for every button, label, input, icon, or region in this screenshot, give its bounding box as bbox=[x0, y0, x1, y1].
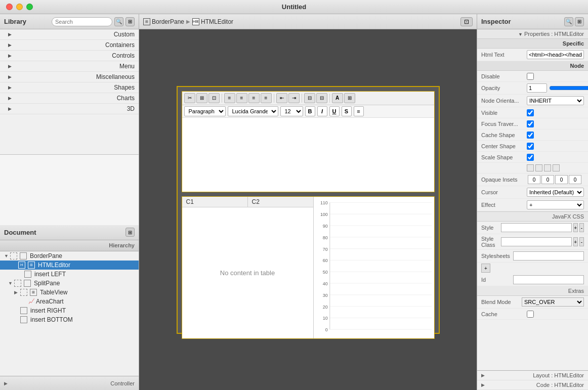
tree-item-insert-bottom[interactable]: insert BOTTOM bbox=[0, 315, 139, 324]
inspector-options-icon[interactable]: ⊞ bbox=[575, 17, 584, 26]
library-item-menu[interactable]: ▶ Menu bbox=[0, 61, 139, 72]
library-item-3d[interactable]: ▶ 3D bbox=[0, 104, 139, 114]
html-text-row: Html Text bbox=[477, 49, 588, 61]
visible-checkbox[interactable] bbox=[527, 109, 534, 116]
close-button[interactable] bbox=[6, 4, 13, 10]
disable-checkbox[interactable] bbox=[527, 73, 534, 80]
style-class-add-button[interactable]: + bbox=[573, 237, 578, 246]
opacity-slider[interactable] bbox=[549, 85, 588, 91]
library-item-label: Menu bbox=[15, 63, 135, 70]
bg-color-button[interactable]: ⊞ bbox=[344, 93, 355, 103]
outdent-button[interactable]: ⇥ bbox=[288, 93, 300, 103]
minimize-button[interactable] bbox=[16, 4, 23, 10]
style-input[interactable] bbox=[501, 223, 572, 232]
style-row: Style + - bbox=[477, 222, 588, 234]
cut-button[interactable]: ✂ bbox=[184, 93, 195, 103]
node-icon bbox=[20, 307, 27, 314]
document-options-icon[interactable]: ⊞ bbox=[125, 228, 135, 237]
center-shape-checkbox[interactable] bbox=[527, 143, 534, 150]
indent-button[interactable]: ⇤ bbox=[276, 93, 287, 103]
svg-text:20: 20 bbox=[322, 304, 327, 309]
library-search-input[interactable] bbox=[52, 17, 112, 26]
node-orientation-select[interactable]: INHERIT bbox=[527, 96, 584, 105]
library-item-shapes[interactable]: ▶ Shapes bbox=[0, 82, 139, 93]
tree-item-insert-left[interactable]: insert LEFT bbox=[0, 270, 139, 279]
strikethrough-button[interactable]: S bbox=[342, 106, 352, 116]
align-left-button[interactable]: ≡ bbox=[224, 93, 235, 103]
layout-tab[interactable]: ▶ Layout : HTMLEditor bbox=[477, 371, 588, 380]
cache-checkbox[interactable] bbox=[527, 311, 534, 318]
inset-right-input[interactable] bbox=[541, 175, 554, 184]
svg-text:80: 80 bbox=[322, 235, 327, 240]
expand-icon[interactable]: ▶ bbox=[4, 381, 8, 386]
focus-traversable-checkbox[interactable] bbox=[527, 120, 534, 127]
library-item-containers[interactable]: ▶ Containers bbox=[0, 40, 139, 51]
style-remove-button[interactable]: - bbox=[579, 223, 584, 232]
svg-text:90: 90 bbox=[322, 223, 327, 228]
library-preview bbox=[0, 154, 139, 225]
bullet-list-button[interactable]: ⊟ bbox=[304, 93, 315, 103]
library-item-charts[interactable]: ▶ Charts bbox=[0, 93, 139, 104]
html-format-bar: Paragraph Lucida Grande 12 pt B I U S ≡ bbox=[182, 105, 434, 118]
align-format-button[interactable]: ≡ bbox=[354, 106, 364, 116]
italic-button[interactable]: I bbox=[317, 106, 327, 116]
inset-top-input[interactable] bbox=[528, 175, 540, 184]
code-tab[interactable]: ▶ Code : HTMLEditor bbox=[477, 380, 588, 390]
breadcrumb-borderpane[interactable]: ⊞ BorderPane bbox=[143, 18, 184, 25]
table-header: C1 C2 bbox=[182, 197, 313, 207]
code-arrow-icon: ▶ bbox=[481, 382, 485, 387]
cursor-select[interactable]: Inherited (Default) bbox=[527, 188, 584, 197]
bold-button[interactable]: B bbox=[305, 106, 315, 116]
html-text-input[interactable] bbox=[527, 50, 584, 59]
cache-shape-checkbox[interactable] bbox=[527, 132, 534, 139]
style-class-remove-button[interactable]: - bbox=[579, 237, 584, 246]
library-item-misc[interactable]: ▶ Miscellaneous bbox=[0, 72, 139, 82]
style-class-input[interactable] bbox=[501, 237, 572, 246]
copy-button[interactable]: ⊞ bbox=[196, 93, 207, 103]
align-center-button[interactable]: ≡ bbox=[236, 93, 247, 103]
library-search-icon[interactable]: 🔍 bbox=[114, 17, 123, 26]
html-editor-content[interactable] bbox=[182, 118, 434, 192]
stylesheets-add-row: + bbox=[477, 263, 588, 274]
properties-text: Properties : HTMLEditor bbox=[524, 31, 584, 37]
numbered-list-button[interactable]: ⊟ bbox=[316, 93, 327, 103]
inset-left-input[interactable] bbox=[569, 175, 581, 184]
align-justify-button[interactable]: ≡ bbox=[261, 93, 272, 103]
title-bar: Untitled bbox=[0, 0, 588, 14]
blend-mode-select[interactable]: SRC_OVER bbox=[522, 297, 584, 307]
inspector-search-icon[interactable]: 🔍 bbox=[564, 17, 573, 26]
tree-item-insert-right[interactable]: insert RIGHT bbox=[0, 306, 139, 315]
preview-button[interactable]: ⊡ bbox=[460, 17, 473, 26]
library-item-label: Miscellaneous bbox=[15, 73, 135, 80]
id-input[interactable] bbox=[513, 275, 584, 284]
tree-item-tableview[interactable]: ▶ ⊞ TableView bbox=[0, 288, 139, 297]
library-item-controls[interactable]: ▶ Controls bbox=[0, 51, 139, 61]
scale-shape-checkbox[interactable] bbox=[527, 154, 534, 161]
window-controls[interactable] bbox=[6, 4, 33, 10]
font-color-button[interactable]: A bbox=[332, 93, 343, 103]
split-area: C1 C2 No content in table 110 100 90 80 bbox=[182, 196, 435, 339]
paste-button[interactable]: ⊡ bbox=[208, 93, 220, 103]
breadcrumb-htmleditor[interactable]: H⊞ HTMLEditor bbox=[192, 18, 233, 25]
tree-item-htmleditor[interactable]: H ⊞ HTMLEditor bbox=[0, 261, 139, 270]
stylesheets-add-button[interactable]: + bbox=[481, 264, 490, 273]
expand-arrow[interactable]: ▼ bbox=[518, 32, 523, 37]
tree-item-splitpane[interactable]: ▼ SplitPane bbox=[0, 279, 139, 288]
effect-select[interactable]: + bbox=[527, 200, 584, 209]
stylesheets-input[interactable] bbox=[513, 251, 584, 261]
library-options-icon[interactable]: ⊞ bbox=[125, 17, 135, 26]
opacity-input[interactable] bbox=[527, 83, 547, 93]
maximize-button[interactable] bbox=[26, 4, 33, 10]
tree-item-borderpane[interactable]: ▼ BorderPane bbox=[0, 251, 139, 261]
library-item-custom[interactable]: ▶ Custom bbox=[0, 29, 139, 40]
font-select[interactable]: Lucida Grande bbox=[228, 106, 278, 116]
tree-item-label: insert RIGHT bbox=[30, 307, 66, 314]
underline-button[interactable]: U bbox=[329, 106, 340, 116]
tree-item-areachart[interactable]: 📈 AreaChart bbox=[0, 297, 139, 306]
inset-bottom-input[interactable] bbox=[555, 175, 568, 184]
align-right-button[interactable]: ≡ bbox=[248, 93, 260, 103]
stylesheets-label: Stylesheets bbox=[481, 253, 512, 259]
style-add-button[interactable]: + bbox=[573, 223, 578, 232]
size-select[interactable]: 12 pt bbox=[280, 106, 303, 116]
paragraph-select[interactable]: Paragraph bbox=[184, 106, 226, 116]
